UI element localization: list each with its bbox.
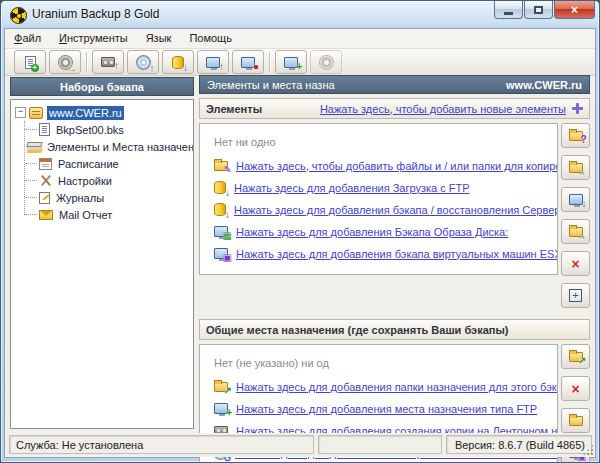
folder-move-icon: → bbox=[569, 227, 583, 237]
folder-add-icon: ↗ bbox=[214, 382, 228, 392]
sql-backup-button[interactable]: ↓ bbox=[162, 50, 194, 74]
elements-empty-text: Нет ни одно bbox=[214, 136, 547, 148]
new-backup-set-button[interactable]: + bbox=[14, 50, 46, 74]
menu-tools[interactable]: Инструменты bbox=[50, 29, 137, 48]
schedule-icon bbox=[39, 158, 52, 170]
dest-add-button[interactable]: ↗ bbox=[561, 344, 590, 369]
client-area: Файл Инструменты Язык Помощь + → ↑ ↑ ↓ ↑… bbox=[4, 28, 596, 458]
delete-x-icon: × bbox=[571, 257, 579, 271]
tree-item-mailreport[interactable]: Mail Отчет bbox=[39, 206, 193, 223]
panel-title: Элементы и места назна bbox=[207, 76, 335, 93]
main-panel: Элементы и места назна www.CWER.ru Элеме… bbox=[199, 75, 590, 429]
dest-delete-button[interactable]: × bbox=[561, 376, 590, 401]
destinations-empty-text: Нет (не указано) ни од bbox=[214, 357, 547, 369]
tree-item-root[interactable]: − www.CWER.ru bbox=[15, 104, 193, 121]
add-ftp-download-link[interactable]: Нажать здесь для добавления Загрузка с F… bbox=[234, 182, 470, 194]
main-panel-header: Элементы и места назна www.CWER.ru bbox=[199, 75, 590, 94]
add-dest-ftp-link[interactable]: Нажать здесь для добавления места назнач… bbox=[236, 403, 537, 415]
backup-set-icon bbox=[29, 107, 43, 119]
elements-list-area: Нет ни одно ✎ Нажать здесь, чтобы добави… bbox=[199, 123, 558, 275]
menu-file[interactable]: Файл bbox=[5, 29, 50, 48]
mail-report-icon bbox=[39, 210, 53, 220]
item-edit-button[interactable]: ? bbox=[561, 123, 590, 148]
add-files-link[interactable]: Нажать здесь, чтобы добавить файлы и / и… bbox=[236, 160, 558, 172]
items-destinations-icon bbox=[27, 141, 41, 153]
vm-esx-icon: ▣ bbox=[214, 248, 228, 259]
close-button[interactable]: × bbox=[554, 1, 595, 19]
sql-database-icon: ↓ bbox=[214, 203, 226, 216]
status-service: Служба: Не установлена bbox=[9, 435, 314, 454]
folder-go-icon: → bbox=[569, 163, 583, 173]
disk-image-backup-button[interactable]: ↑ bbox=[127, 50, 159, 74]
radiation-app-icon bbox=[10, 7, 27, 24]
collapse-icon[interactable]: − bbox=[15, 107, 26, 118]
add-computer-icon: + bbox=[284, 57, 298, 68]
disk-image-icon: ▦ bbox=[214, 226, 228, 237]
settings-gear-icon bbox=[320, 56, 333, 69]
destinations-title: Общие места назначения (где сохранять Ва… bbox=[206, 324, 508, 336]
tape-backup-button[interactable]: ↑ bbox=[92, 50, 124, 74]
elements-title: Элементы bbox=[206, 103, 262, 115]
add-computer-button[interactable]: + bbox=[275, 50, 307, 74]
add-dest-folder-link[interactable]: Нажать здесь для добавления папки назнач… bbox=[236, 381, 558, 393]
settings-button[interactable] bbox=[310, 50, 342, 74]
folder-question-icon: ? bbox=[569, 131, 583, 141]
menu-language[interactable]: Язык bbox=[137, 29, 181, 48]
item-add-button[interactable]: → bbox=[561, 155, 590, 180]
tree-item-schedule[interactable]: Расписание bbox=[39, 155, 193, 172]
add-disk-image-link[interactable]: Нажать здесь для добавления Бэкапа Образ… bbox=[236, 226, 508, 238]
menubar: Файл Инструменты Язык Помощь bbox=[5, 29, 595, 49]
settings-tools-icon bbox=[39, 174, 52, 187]
exchange-backup-icon: ↑ bbox=[206, 57, 220, 68]
add-plus-icon bbox=[572, 103, 583, 114]
elements-buttons: ? → ↓ → × + bbox=[558, 123, 590, 315]
run-backup-icon: → bbox=[59, 56, 72, 69]
window-title: Uranium Backup 8 Gold bbox=[32, 7, 159, 21]
add-sql-link-row: ↓ Нажать здесь для добавления бэкапа / в… bbox=[214, 202, 547, 217]
tree-item-bksfile[interactable]: BkpSet00.bks bbox=[39, 121, 193, 138]
item-refresh-button[interactable]: ↓ bbox=[561, 187, 590, 212]
close-icon: × bbox=[571, 3, 578, 17]
add-sql-link[interactable]: Нажать здесь для добавления бэкапа / вос… bbox=[234, 204, 558, 216]
tree-item-settings[interactable]: Настройки bbox=[39, 172, 193, 189]
folder-open-icon bbox=[569, 416, 583, 426]
menu-help[interactable]: Помощь bbox=[180, 29, 241, 48]
add-disk-image-link-row: ▦ Нажать здесь для добавления Бэкапа Обр… bbox=[214, 224, 547, 239]
backup-tree: − www.CWER.ru BkpSet00.bks Элементы и Ме… bbox=[10, 99, 194, 429]
disk-image-backup-icon: ↑ bbox=[137, 56, 150, 69]
destinations-section-header: Общие места назначения (где сохранять Ва… bbox=[199, 319, 590, 340]
tree-item-elements[interactable]: Элементы и Места назначения bbox=[39, 138, 193, 155]
toolbar: + → ↑ ↑ ↓ ↑ ● + bbox=[5, 49, 595, 76]
exchange-backup-button[interactable]: ↑ bbox=[197, 50, 229, 74]
folder-add-green-icon: ↗ bbox=[569, 352, 583, 362]
locked-computer-icon: ● bbox=[241, 57, 255, 68]
sidebar-backup-sets: Наборы бэкапа − www.CWER.ru BkpSet00.bks… bbox=[10, 77, 194, 429]
statusbar: Служба: Не установлена Версия: 8.6.7 (Bu… bbox=[5, 433, 595, 457]
screen-arrow-icon: ↓ bbox=[569, 194, 583, 205]
toolbar-separator bbox=[269, 52, 270, 72]
item-move-button[interactable]: → bbox=[561, 219, 590, 244]
item-delete-button[interactable]: × bbox=[561, 251, 590, 276]
bks-file-icon bbox=[39, 123, 50, 136]
minimize-icon bbox=[504, 12, 513, 15]
app-window: Uranium Backup 8 Gold × Файл Инструменты… bbox=[0, 0, 600, 463]
folder-edit-icon: ✎ bbox=[214, 161, 228, 171]
elements-section-header: Элементы Нажать здесь, чтобы добавить но… bbox=[199, 98, 590, 119]
dest-open-button[interactable] bbox=[561, 408, 590, 433]
panel-set-name: www.CWER.ru bbox=[506, 76, 582, 93]
maximize-icon bbox=[534, 6, 543, 14]
add-vm-link[interactable]: Нажать здесь для добавления бэкапа вирту… bbox=[236, 248, 558, 260]
minimize-button[interactable] bbox=[494, 1, 523, 19]
item-expand-button[interactable]: + bbox=[561, 283, 590, 308]
add-elements-link[interactable]: Нажать здесь, чтобы добавить новые элеме… bbox=[320, 103, 583, 115]
run-backup-button[interactable]: → bbox=[49, 50, 81, 74]
maximize-button[interactable] bbox=[524, 1, 553, 19]
titlebar[interactable]: Uranium Backup 8 Gold × bbox=[1, 1, 599, 28]
tree-item-logs[interactable]: Журналы bbox=[39, 189, 193, 206]
ftp-download-icon: ↓ bbox=[214, 181, 226, 194]
status-middle bbox=[318, 435, 442, 454]
locked-computer-button[interactable]: ● bbox=[232, 50, 264, 74]
sidebar-header: Наборы бэкапа bbox=[10, 77, 194, 96]
add-dest-folder-link-row: ↗ Нажать здесь для добавления папки назн… bbox=[214, 379, 547, 394]
add-vm-link-row: ▣ Нажать здесь для добавления бэкапа вир… bbox=[214, 246, 547, 261]
